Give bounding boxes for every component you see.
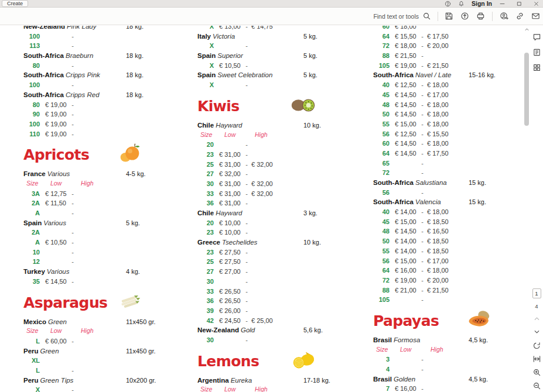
- zoom-out-icon[interactable]: [532, 381, 541, 390]
- share-icon[interactable]: [460, 12, 469, 20]
- product-variety: Green Tips: [40, 377, 74, 384]
- find-tools-button[interactable]: Find text or tools: [373, 12, 431, 20]
- product-country: Spain: [197, 71, 216, 78]
- size-value: 64: [373, 149, 390, 159]
- product-weight: 18 kg.: [126, 90, 144, 99]
- price-dash: -: [419, 295, 426, 305]
- lemon-icon: [289, 348, 318, 372]
- product-weight: 10 kg.: [303, 121, 321, 130]
- size-value: 80: [23, 61, 40, 71]
- minimize-icon[interactable]: [499, 1, 506, 7]
- size-value: 7: [373, 384, 390, 392]
- zoom-in-icon[interactable]: [532, 368, 541, 377]
- product-variety: Pink Lady: [67, 26, 97, 30]
- thumbnails-icon[interactable]: [532, 63, 541, 72]
- low-price: € 19,00: [40, 119, 69, 129]
- size-value: 10: [23, 247, 40, 257]
- product-variety: Gold: [241, 326, 255, 333]
- low-price: € 19,00: [390, 61, 419, 71]
- product-weight: 5 kg.: [303, 51, 317, 60]
- product-country: Chile: [197, 122, 214, 129]
- product-weight: 15-16 kg.: [469, 70, 496, 80]
- high-price: [250, 140, 339, 150]
- print-icon[interactable]: [476, 12, 485, 20]
- search-icon[interactable]: [422, 12, 431, 20]
- fit-width-icon[interactable]: [532, 355, 541, 363]
- price-row: 27€ 27,00-: [197, 267, 339, 277]
- low-price: [40, 41, 69, 51]
- size-value: 100: [23, 80, 40, 90]
- product-weight: 4,5 kg.: [469, 335, 488, 345]
- low-price: [390, 159, 419, 169]
- restore-icon[interactable]: [516, 1, 522, 7]
- price-dash: -: [69, 32, 76, 42]
- low-price: [40, 247, 69, 257]
- price-dash: -: [69, 109, 76, 119]
- high-price: [250, 169, 339, 179]
- comment-icon[interactable]: [532, 33, 541, 42]
- bell-icon[interactable]: [458, 1, 465, 7]
- scroll-up-icon[interactable]: [523, 26, 530, 33]
- col-header-size: Size: [376, 345, 400, 355]
- section-title: Asparagus: [23, 294, 168, 312]
- price-row: 64€ 14,50-€ 17,50: [373, 149, 515, 159]
- price-row: 30€ 31,00-€ 32,00: [197, 179, 339, 189]
- product-header: ItalyVictoria5 kg.: [197, 32, 339, 42]
- rail-top-icons: [530, 26, 543, 72]
- size-value: 56: [373, 188, 390, 198]
- high-price: [250, 41, 339, 51]
- high-price: € 32,00: [250, 179, 339, 189]
- product-country: South-Africa: [373, 198, 414, 205]
- product-country: Brasil: [373, 336, 392, 343]
- vertical-scrollbar[interactable]: [523, 26, 530, 392]
- acrobat-window: Create Sign In Find text or tools New-Ze…: [0, 0, 543, 25]
- chevron-down-icon[interactable]: [532, 328, 541, 336]
- save-icon[interactable]: [445, 12, 453, 20]
- high-price: [76, 80, 168, 90]
- price-row: 36€ 26,50-: [197, 296, 339, 306]
- col-header-size: Size: [26, 326, 50, 336]
- sign-in-button[interactable]: Sign In: [472, 0, 492, 7]
- scrollbar-thumb[interactable]: [524, 53, 529, 126]
- add-user-icon[interactable]: [500, 12, 508, 20]
- size-value: 88: [373, 51, 390, 61]
- product-header: SpainVarious5 kg.: [23, 218, 168, 228]
- price-row: 88€ 21,50-: [373, 51, 515, 61]
- high-price: [76, 257, 168, 267]
- low-price: [40, 80, 69, 90]
- size-value: 55: [373, 246, 390, 256]
- size-value: 3A: [23, 189, 40, 199]
- size-value: 33: [197, 189, 214, 199]
- page-number-input[interactable]: 1: [532, 288, 541, 298]
- high-price: [250, 287, 339, 297]
- high-price: [250, 228, 339, 238]
- size-value: L: [23, 336, 40, 346]
- collapse-up-icon[interactable]: [532, 314, 541, 323]
- product-header: ArgentinaEureka17-18 kg.: [197, 376, 339, 386]
- bookmarks-icon[interactable]: [532, 48, 541, 57]
- low-price: € 12,50: [390, 129, 419, 139]
- low-price: [40, 257, 69, 267]
- high-price: [76, 109, 168, 119]
- viewer-area: New-ZealandPink Lady18 kg.100-113-South-…: [0, 26, 543, 392]
- price-column: New-ZealandPink Lady18 kg.100-113-South-…: [23, 26, 168, 392]
- mail-icon[interactable]: [531, 12, 540, 20]
- section-header: Papayas: [373, 312, 515, 330]
- product-header: PeruGreen Tips10x200 gr.: [23, 376, 168, 386]
- help-icon[interactable]: [445, 1, 451, 7]
- high-price: € 32,00: [250, 160, 339, 170]
- low-price: [214, 335, 243, 345]
- price-dash: -: [419, 266, 426, 276]
- rotate-icon[interactable]: [532, 341, 541, 350]
- create-button[interactable]: Create: [2, 0, 28, 7]
- link-icon[interactable]: [515, 12, 524, 20]
- close-icon[interactable]: [533, 1, 539, 7]
- price-row: 100-: [23, 32, 168, 42]
- low-price: € 11,50: [40, 198, 69, 208]
- high-price: € 16,50: [426, 226, 515, 236]
- price-row: 20€ 10,00-: [197, 218, 339, 228]
- low-price: € 60,00: [40, 336, 69, 346]
- size-value: 100: [23, 119, 40, 129]
- size-value: X: [197, 61, 214, 71]
- product-header: SpainSuperior5 kg.: [197, 51, 339, 61]
